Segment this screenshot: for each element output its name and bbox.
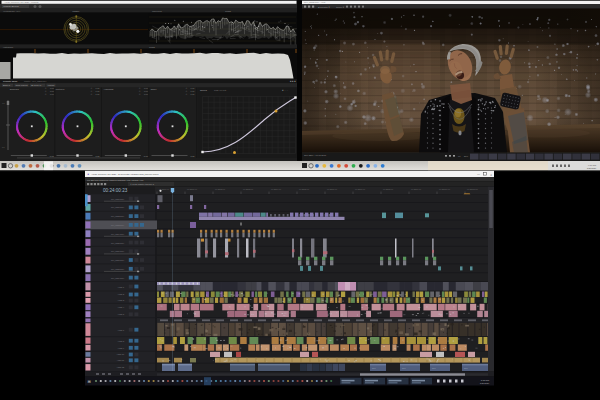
svg-text:Audio 3: Audio 3 — [118, 299, 124, 301]
svg-text:00:23:51:00: 00:23:51:00 — [187, 188, 197, 190]
svg-text:Audio 11: Audio 11 — [117, 359, 124, 361]
svg-text:Audio 2: Audio 2 — [118, 293, 124, 295]
svg-text:00:23:54:00: 00:23:54:00 — [271, 188, 281, 190]
svg-text:Audio 12: Audio 12 — [117, 366, 124, 368]
svg-text:■ ■ ■: ■ ■ ■ — [290, 80, 296, 83]
svg-text:⊞: ⊞ — [88, 379, 91, 384]
svg-text:Basic C..: Basic C.. — [3, 84, 11, 86]
svg-text:00:23:56:00: 00:23:56:00 — [327, 188, 337, 190]
svg-text:7:17 PM: 7:17 PM — [481, 379, 489, 381]
svg-text:00:23:510:00: 00:23:510:00 — [439, 188, 450, 190]
svg-text:00:23:53:00: 00:23:53:00 — [243, 188, 253, 190]
svg-text:00:23:58:00: 00:23:58:00 — [383, 188, 393, 190]
svg-text:5/27/2020: 5/27/2020 — [480, 382, 490, 384]
svg-text:Parade: Parade — [72, 10, 80, 12]
svg-text:Highlights: Highlights — [104, 88, 115, 90]
svg-text:Offset: Offset — [151, 88, 157, 90]
svg-text:100% ▾: 100% ▾ — [336, 6, 345, 9]
svg-text:00:23:55:00: 00:23:55:00 — [299, 188, 309, 190]
svg-text:—: — — [477, 172, 480, 176]
svg-text:Shadows: Shadows — [10, 88, 20, 90]
svg-text:Luma: Luma — [225, 10, 231, 12]
svg-text:Audio 4: Audio 4 — [118, 306, 124, 308]
svg-text:✕: ✕ — [490, 173, 492, 177]
svg-text:Audio 9: Audio 9 — [118, 347, 124, 349]
svg-text:00:23:57:00: 00:23:57:00 — [355, 188, 365, 190]
svg-text:Over 2500 + 00:07:02:06: Over 2500 + 00:07:02:06 — [304, 154, 327, 156]
svg-text:✕ 00:24 master timeline ≡: ✕ 00:24 master timeline ≡ — [130, 183, 155, 185]
svg-text:Audio 1: Audio 1 — [118, 286, 124, 288]
svg-text:Adobe Premiere Pro 2020 - Lume: Adobe Premiere Pro 2020 - Lumetri — [4, 1, 39, 3]
svg-text:Audio 8: Audio 8 — [118, 340, 124, 342]
svg-text:00:23:511:00: 00:23:511:00 — [467, 188, 478, 190]
svg-text:Vectorscope YUV: Vectorscope YUV — [3, 10, 21, 12]
svg-text:0.0: 0.0 — [2, 146, 5, 148]
svg-text:Color Wheels: Color Wheels — [16, 84, 28, 86]
svg-text:4:09 PM: 4:09 PM — [588, 164, 596, 166]
svg-text:00:24:00:23: 00:24:00:23 — [103, 188, 128, 193]
svg-text:5/27/2020: 5/27/2020 — [587, 167, 597, 169]
svg-text:Vectors: Vectors — [48, 84, 55, 86]
svg-text:◂ Monitor ▾: ◂ Monitor ▾ — [318, 6, 330, 9]
svg-text:Waveform: Waveform — [152, 10, 162, 12]
svg-text:● ○ ○: ● ○ ○ — [282, 89, 289, 92]
svg-text:50%: 50% — [464, 155, 468, 157]
svg-text:Lumetri Scopes =: Lumetri Scopes = — [4, 5, 22, 7]
svg-text:4.0: 4.0 — [2, 102, 5, 104]
svg-text:00:23:59:00: 00:23:59:00 — [411, 188, 421, 190]
svg-text:Audio 7: Audio 7 — [118, 329, 124, 331]
svg-text:Curves: Curves — [200, 89, 208, 91]
svg-text:Audio 10: Audio 10 — [117, 353, 124, 355]
svg-text:File Edit Clip Sequence: File Edit Clip Sequence Markers Graphics… — [87, 179, 144, 181]
svg-text:3D Color M..: 3D Color M.. — [31, 84, 43, 86]
svg-text:Audio 5: Audio 5 — [118, 313, 124, 315]
svg-text:Histogram: Histogram — [3, 46, 13, 48]
svg-text:RGB Hue Sat: RGB Hue Sat — [214, 89, 227, 91]
svg-text:Lumetri Color: Lumetri Color — [3, 80, 18, 83]
svg-text:Midtones: Midtones — [56, 88, 66, 90]
svg-text:Luma: Luma — [149, 46, 155, 48]
svg-text:00:23:52:00: 00:23:52:00 — [215, 188, 225, 190]
